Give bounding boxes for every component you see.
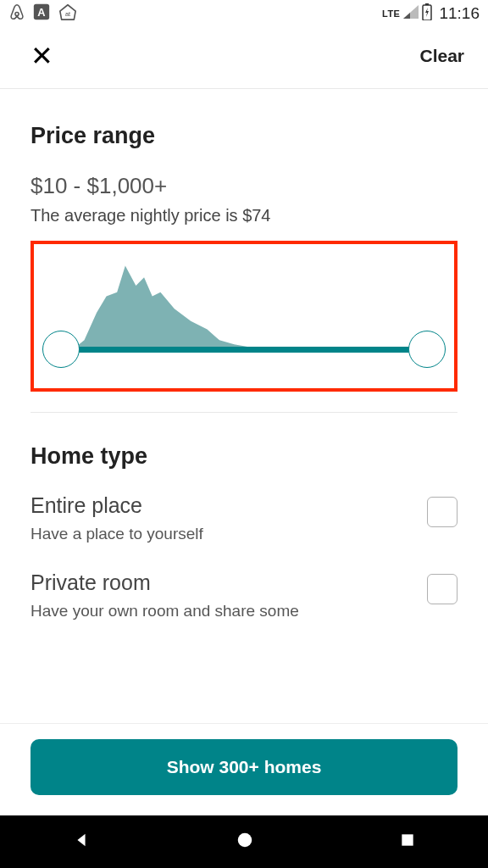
android-nav-bar: [0, 815, 488, 868]
nav-recent-icon[interactable]: [399, 832, 416, 852]
svg-text:at: at: [65, 10, 70, 18]
home-type-label: Private room: [30, 570, 417, 595]
home-type-desc: Have a place to yourself: [30, 525, 417, 543]
home-type-option: Private room Have your own room and shar…: [30, 570, 458, 620]
price-slider-handle-min[interactable]: [42, 331, 80, 368]
close-icon[interactable]: ✕: [30, 42, 53, 70]
section-divider: [30, 412, 458, 413]
svg-point-6: [238, 833, 252, 848]
home-type-section: Home type Entire place Have a place to y…: [30, 443, 458, 620]
svg-rect-7: [402, 834, 413, 845]
lte-indicator: LTE: [382, 8, 400, 19]
home-type-option: Entire place Have a place to yourself: [30, 493, 458, 543]
clock-time: 11:16: [439, 4, 480, 23]
price-slider-track[interactable]: [47, 347, 441, 353]
home-type-label: Entire place: [30, 493, 417, 518]
filter-header: ✕ Clear: [0, 27, 488, 89]
price-average-text: The average nightly price is $74: [30, 206, 458, 225]
battery-icon: [422, 3, 432, 24]
home-type-title: Home type: [30, 443, 458, 470]
home-type-desc: Have your own room and share some: [30, 602, 417, 620]
price-histogram-box: [30, 241, 458, 392]
clear-button[interactable]: Clear: [419, 46, 464, 66]
price-histogram: [47, 251, 441, 381]
nav-back-icon[interactable]: [72, 831, 91, 853]
price-slider-handle-max[interactable]: [408, 331, 446, 368]
price-range-value: $10 - $1,000+: [30, 173, 458, 199]
app-icon: A: [32, 3, 51, 25]
airbnb-icon: [8, 3, 25, 25]
price-range-title: Price range: [30, 123, 458, 149]
svg-text:A: A: [37, 6, 45, 19]
house-icon: at: [58, 3, 78, 25]
signal-icon: [403, 5, 419, 22]
private-room-checkbox[interactable]: [427, 574, 458, 604]
cta-bar: Show 300+ homes: [0, 723, 488, 815]
entire-place-checkbox[interactable]: [427, 497, 458, 527]
nav-home-icon[interactable]: [236, 831, 254, 853]
svg-point-0: [15, 12, 19, 15]
status-bar: A at LTE 11:16: [0, 0, 488, 27]
filter-content: Price range $10 - $1,000+ The average ni…: [0, 89, 488, 723]
price-range-section: Price range $10 - $1,000+ The average ni…: [30, 123, 458, 392]
show-homes-button[interactable]: Show 300+ homes: [30, 739, 458, 795]
